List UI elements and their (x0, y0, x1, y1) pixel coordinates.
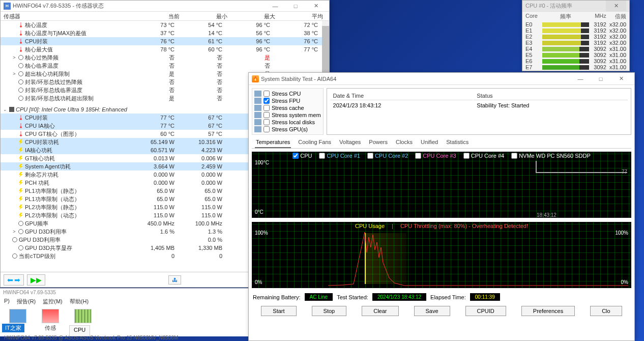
hwinfo-title: HWiNFO64 v7.69-5335 - 传感器状态 (13, 2, 265, 10)
battery-status: AC Line (305, 293, 333, 301)
stress-option[interactable]: Stress FPU (254, 98, 321, 104)
temperature-chart: CPUCPU Core #1CPU Core #2CPU Core #3CPU … (252, 152, 631, 218)
sensor-row[interactable]: 核心临界温度否否否 (1, 62, 329, 70)
stress-options: Stress CPUStress FPUStress cacheStress s… (252, 88, 324, 135)
hwinfo-icon: H (4, 3, 11, 10)
core-row: E33192x32.00 (522, 40, 629, 46)
status-table: Date & TimeStatus 2024/1/23 18:43:12Stab… (327, 88, 631, 135)
nav-back-forward[interactable]: ⬅➡ (4, 274, 24, 286)
minimize-button[interactable]: — (265, 1, 285, 12)
col-max[interactable]: 最大 (227, 12, 275, 20)
clock-icon (18, 88, 23, 93)
temp-icon (18, 39, 23, 44)
stop-button[interactable]: Stop (312, 306, 347, 316)
legend-item[interactable]: CPU Core #2 (367, 153, 408, 159)
menu-item[interactable]: 监控(M) (43, 298, 63, 305)
minimize-button[interactable]: — (570, 73, 591, 84)
clo-button[interactable]: Clo (590, 306, 622, 316)
col-current[interactable]: 当前 (132, 12, 180, 20)
bolt-icon (18, 139, 23, 145)
legend-item[interactable]: CPU (292, 153, 312, 159)
menu-item[interactable]: 报告(R) (17, 298, 36, 305)
chip-icon (9, 107, 14, 112)
stress-option[interactable]: Stress local disks (254, 119, 321, 125)
nav-play[interactable]: ▶▶ (27, 274, 45, 286)
stress-checkbox[interactable] (264, 98, 270, 104)
tab-temperatures[interactable]: Temperatures (255, 137, 291, 148)
legend-item[interactable]: CPU Core #3 (415, 153, 456, 159)
cpufreq-title: CPU #0 - 活动频率 (525, 2, 606, 10)
network-icon[interactable]: 🖧 (168, 275, 181, 285)
cpufreq-titlebar[interactable]: CPU #0 - 活动频率 ✕ (522, 1, 629, 12)
col-sensor[interactable]: 传感器 (1, 12, 132, 20)
save-button[interactable]: Save (414, 306, 450, 316)
tab-voltages[interactable]: Voltages (338, 137, 362, 148)
menu-item[interactable]: 帮助(H) (70, 298, 89, 305)
hwinfo-titlebar[interactable]: H HWiNFO64 v7.69-5335 - 传感器状态 — □ ✕ (1, 1, 329, 12)
tab-powers[interactable]: Powers (368, 137, 389, 148)
col-min[interactable]: 最小 (180, 12, 227, 20)
chart1-legend[interactable]: CPUCPU Core #1CPU Core #2CPU Core #3CPU … (252, 153, 631, 159)
stress-checkbox[interactable] (264, 119, 270, 125)
stress-option[interactable]: Stress cache (254, 105, 321, 111)
bolt-icon (18, 188, 23, 193)
column-headers: 传感器 当前 最小 最大 平均 (1, 12, 329, 21)
clock-icon (12, 253, 17, 259)
bolt-icon (18, 156, 23, 161)
col-avg[interactable]: 平均 (275, 12, 323, 20)
sensor-row[interactable]: 核心温度73 °C54 °C96 °C72 °C (1, 21, 329, 29)
temp-icon (18, 123, 23, 128)
stress-checkbox[interactable] (264, 91, 270, 97)
sensor-row[interactable]: 核心温度与TjMAX的差值37 °C14 °C56 °C38 °C (1, 29, 329, 37)
tool-button[interactable]: 传感 (42, 309, 59, 332)
tab-cooling-fans[interactable]: Cooling Fans (297, 137, 332, 148)
close-button[interactable]: ✕ (606, 1, 626, 12)
core-row: E43092x31.00 (522, 46, 629, 52)
test-started-time: 2024/1/23 18:43:12 (372, 293, 426, 301)
core-row: E13192x32.00 (522, 27, 629, 34)
temp-icon (18, 115, 23, 120)
stress-checkbox[interactable] (264, 105, 270, 111)
close-button[interactable]: ✕ (611, 73, 631, 84)
stress-option[interactable]: Stress system mem (254, 112, 321, 118)
legend-item[interactable]: NVMe WD PC SN560 SDDP (511, 153, 591, 159)
usage-chart: CPU Usage | CPU Throttling (max: 80%) - … (252, 222, 631, 288)
clear-button[interactable]: Clear (362, 306, 398, 316)
close-button[interactable]: ✕ (306, 1, 326, 12)
cpufreq-window: CPU #0 - 活动频率 ✕ Core 频率 MHz 倍频 E03192x32… (522, 0, 630, 71)
bolt-icon (18, 148, 23, 153)
start-button[interactable]: Start (261, 306, 296, 316)
clock-icon (18, 71, 23, 76)
elapsed-time: 00:11:39 (470, 293, 500, 301)
preferences-button[interactable]: Preferences (521, 306, 575, 316)
tab-bar[interactable]: TemperaturesCooling FansVoltagesPowersCl… (252, 137, 631, 149)
device-icon (254, 126, 261, 132)
temp-icon (18, 47, 23, 52)
aida-titlebar[interactable]: 🔥 System Stability Test - AIDA64 — □ ✕ (249, 73, 634, 85)
stress-option[interactable]: Stress GPU(s) (254, 126, 321, 132)
stress-checkbox[interactable] (264, 126, 270, 132)
status-bar: Remaining Battery: AC Line Test Started:… (252, 291, 631, 303)
sensor-row[interactable]: CPU封装76 °C61 °C96 °C76 °C (1, 37, 329, 45)
tab-unified[interactable]: Unified (420, 137, 439, 148)
tab-statistics[interactable]: Statistics (445, 137, 470, 148)
tab-clocks[interactable]: Clocks (395, 137, 414, 148)
temp-icon (18, 131, 23, 136)
maximize-button[interactable]: □ (285, 1, 306, 12)
legend-item[interactable]: CPU Core #4 (463, 153, 504, 159)
aida-title: System Stability Test - AIDA64 (261, 76, 570, 82)
maximize-button[interactable]: □ (591, 73, 611, 84)
stress-option[interactable]: Stress CPU (254, 91, 321, 97)
clock-icon (12, 237, 17, 242)
bolt-icon (18, 180, 23, 185)
clock-icon (18, 63, 23, 68)
stress-checkbox[interactable] (264, 112, 270, 118)
bolt-icon (18, 213, 23, 218)
menu-item[interactable]: P) (4, 298, 10, 305)
legend-item[interactable]: CPU Core #1 (319, 153, 360, 159)
core-row: E73092x31.00 (522, 64, 629, 70)
cpuid-button[interactable]: CPUID (465, 306, 506, 316)
device-icon (254, 119, 261, 125)
sensor-row[interactable]: 核心最大值78 °C60 °C96 °C77 °C (1, 45, 329, 53)
sensor-row[interactable]: >核心过热降频否否是 (1, 53, 329, 62)
